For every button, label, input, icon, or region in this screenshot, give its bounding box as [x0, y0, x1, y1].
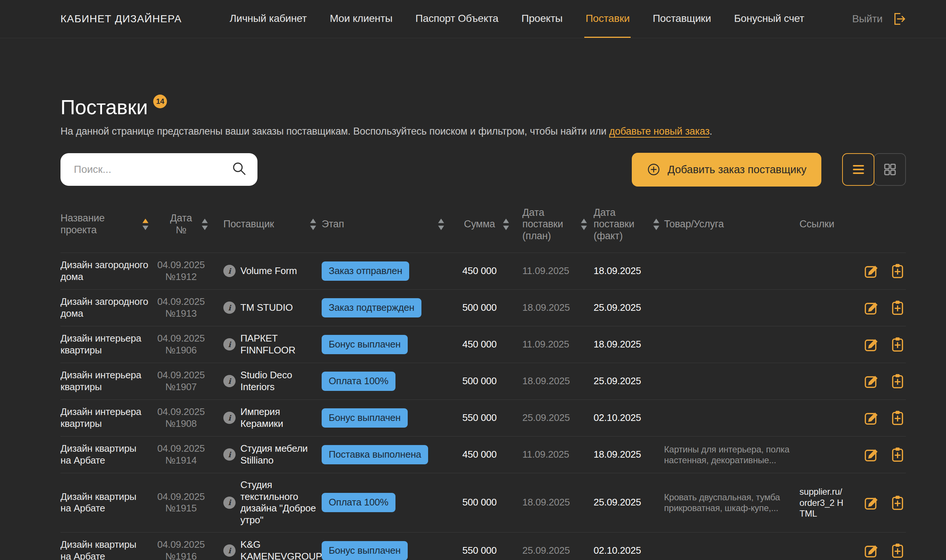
cell-fact-date: 25.09.2025 — [590, 375, 662, 387]
page-title: Поставки — [60, 97, 148, 118]
info-icon[interactable]: i — [223, 338, 236, 351]
supplier-name: TM STUDIO — [240, 302, 293, 314]
logout-label: Выйти — [852, 13, 883, 25]
cell-fact-date: 25.09.2025 — [590, 302, 662, 314]
cell-links[interactable]: supplier.ru/order3_2 HTML — [796, 486, 859, 519]
column-header-sum[interactable]: Сумма — [447, 205, 512, 244]
cell-sum: 450 000 — [447, 265, 512, 277]
deliveries-page: Поставки 14 На данной странице представл… — [0, 38, 946, 560]
info-icon[interactable]: i — [223, 302, 236, 314]
edit-order-button[interactable] — [863, 409, 880, 426]
sort-icon[interactable] — [438, 219, 444, 230]
column-header-fact-date[interactable]: Дата поставки (факт) — [590, 205, 662, 244]
nav-item-bonus-account[interactable]: Бонусный счет — [733, 0, 806, 38]
cell-project-name: Дизайн квартиры на Арбате — [60, 539, 151, 560]
sort-icon[interactable] — [310, 219, 316, 230]
sort-icon[interactable] — [581, 219, 587, 230]
toolbar: Добавить заказ поставщику — [60, 153, 906, 186]
duplicate-order-button[interactable] — [889, 409, 906, 426]
info-icon[interactable]: i — [223, 265, 236, 277]
sort-icon[interactable] — [202, 219, 208, 230]
cell-stage: Бонус выплачен — [319, 408, 447, 428]
cell-date-number: 04.09.2025 №1915 — [151, 491, 211, 514]
sort-icon[interactable] — [503, 219, 509, 230]
order-number: №1915 — [165, 503, 197, 514]
cell-supplier: i ПАРКЕТ FINNFLOOR — [211, 333, 319, 356]
column-header-project[interactable]: Название проекта — [60, 205, 151, 244]
edit-order-button[interactable] — [863, 263, 880, 279]
search-input[interactable] — [60, 153, 257, 186]
cell-supplier: i Студия мебели Stilliano — [211, 443, 319, 466]
edit-order-button[interactable] — [863, 299, 880, 316]
table-row: Дизайн загородного дома 04.09.2025 №1913… — [60, 289, 906, 326]
nav-item-personal-cabinet[interactable]: Личный кабинет — [228, 0, 308, 38]
cell-supplier: i Volume Form — [211, 265, 319, 277]
nav-item-my-clients[interactable]: Мои клиенты — [329, 0, 394, 38]
duplicate-order-button[interactable] — [889, 446, 906, 463]
cell-project-name: Дизайн интерьера квартиры — [60, 369, 151, 393]
cell-fact-date: 25.09.2025 — [590, 497, 662, 508]
order-number: №1913 — [165, 308, 197, 320]
duplicate-order-button[interactable] — [889, 263, 906, 279]
sort-icon[interactable] — [653, 219, 659, 230]
info-icon[interactable]: i — [223, 412, 236, 424]
column-header-supplier[interactable]: Поставщик — [211, 205, 319, 244]
order-number: №1916 — [165, 551, 197, 560]
cell-sum: 450 000 — [447, 338, 512, 351]
search-icon[interactable] — [231, 161, 247, 178]
top-navigation-bar: КАБИНЕТ ДИЗАЙНЕРА Личный кабинет Мои кли… — [0, 0, 946, 38]
grid-view-button[interactable] — [874, 153, 906, 186]
info-icon[interactable]: i — [223, 545, 236, 557]
duplicate-order-button[interactable] — [889, 336, 906, 353]
column-header-date-number[interactable]: Дата № — [151, 205, 211, 244]
plus-circle-icon — [647, 162, 661, 177]
order-number: №1908 — [165, 418, 197, 430]
logout-icon — [890, 11, 907, 28]
column-header-stage[interactable]: Этап — [319, 205, 447, 244]
cell-date-number: 04.09.2025 №1913 — [151, 296, 211, 319]
brand-logo[interactable]: КАБИНЕТ ДИЗАЙНЕРА — [60, 0, 182, 38]
edit-order-button[interactable] — [863, 494, 880, 511]
info-icon[interactable]: i — [223, 375, 236, 387]
cell-product: Картины для интерьера, полка настенная, … — [662, 444, 796, 466]
nav-item-suppliers[interactable]: Поставщики — [652, 0, 712, 38]
cell-actions — [859, 336, 906, 353]
search-box — [60, 153, 257, 186]
supplier-name: Студия мебели Stilliano — [240, 443, 308, 466]
cell-date-number: 04.09.2025 №1914 — [151, 443, 211, 466]
column-header-plan-date[interactable]: Дата поставки (план) — [512, 205, 590, 244]
cell-date-number: 04.09.2025 №1908 — [151, 406, 211, 429]
sort-icon[interactable] — [142, 219, 148, 230]
duplicate-order-button[interactable] — [889, 494, 906, 511]
duplicate-order-button[interactable] — [889, 542, 906, 559]
order-number: №1907 — [165, 381, 197, 393]
page-title-row: Поставки 14 — [60, 97, 906, 118]
stage-badge: Оплата 100% — [322, 493, 396, 512]
stage-badge: Оплата 100% — [322, 372, 396, 391]
info-icon[interactable]: i — [223, 497, 236, 509]
stage-badge: Поставка выполнена — [322, 445, 428, 464]
edit-order-button[interactable] — [863, 542, 880, 559]
add-supplier-order-button[interactable]: Добавить заказ поставщику — [632, 153, 821, 186]
nav-item-projects[interactable]: Проекты — [520, 0, 564, 38]
order-number: №1914 — [165, 455, 197, 466]
edit-order-button[interactable] — [863, 373, 880, 389]
edit-order-button[interactable] — [863, 336, 880, 353]
cell-actions — [859, 494, 906, 511]
main-nav: Личный кабинет Мои клиенты Паспорт Объек… — [182, 0, 852, 38]
supplier-name: K&G KAMENEVGROUP — [240, 539, 322, 560]
add-new-order-link[interactable]: добавьте новый заказ — [609, 126, 710, 137]
nav-item-deliveries[interactable]: Поставки — [584, 0, 631, 38]
logout-button[interactable]: Выйти — [852, 0, 907, 38]
duplicate-order-button[interactable] — [889, 299, 906, 316]
list-view-button[interactable] — [842, 153, 874, 186]
info-icon[interactable]: i — [223, 448, 236, 461]
cell-supplier: i Империя Керамики — [211, 406, 319, 429]
supplier-name: Империя Керамики — [240, 406, 283, 429]
duplicate-order-button[interactable] — [889, 373, 906, 389]
supplier-name: ПАРКЕТ FINNFLOOR — [240, 333, 295, 356]
cell-date-number: 04.09.2025 №1906 — [151, 333, 211, 356]
nav-item-object-passport[interactable]: Паспорт Объекта — [414, 0, 500, 38]
edit-order-button[interactable] — [863, 446, 880, 463]
stage-badge: Бонус выплачен — [322, 335, 408, 354]
